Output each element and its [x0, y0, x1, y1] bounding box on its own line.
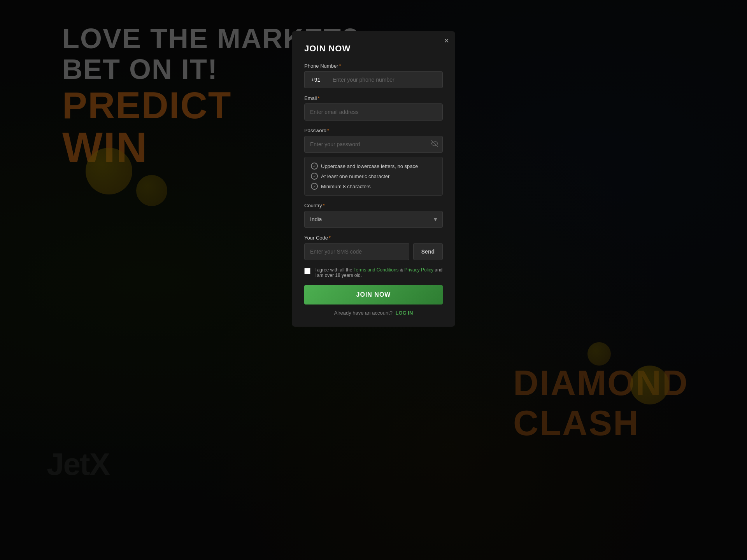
privacy-policy-link[interactable]: Privacy Policy: [404, 267, 433, 273]
send-button[interactable]: Send: [413, 243, 443, 260]
login-row: Already have an account? LOG IN: [304, 310, 443, 316]
modal-backdrop: × JOIN NOW Phone Number* +91 Email* Pass…: [0, 0, 747, 560]
hint-text-3: Minimum 8 characters: [321, 184, 371, 189]
email-label: Email*: [304, 95, 443, 101]
code-row: Send: [304, 243, 443, 260]
toggle-password-icon[interactable]: [431, 140, 438, 149]
login-link[interactable]: LOG IN: [396, 310, 413, 316]
modal-title: JOIN NOW: [304, 44, 443, 54]
terms-text: I agree with all the Terms and Condition…: [314, 267, 443, 278]
hint-check-1: ✓: [311, 163, 318, 170]
hint-text-1: Uppercase and lowercase letters, no spac…: [321, 163, 418, 169]
already-text: Already have an account?: [334, 310, 393, 316]
country-select[interactable]: India Pakistan Bangladesh Nepal Sri Lank…: [304, 211, 443, 228]
password-label: Password*: [304, 128, 443, 133]
password-hints: ✓ Uppercase and lowercase letters, no sp…: [304, 157, 443, 196]
country-label: Country*: [304, 203, 443, 208]
email-input[interactable]: [304, 103, 443, 121]
terms-checkbox[interactable]: [304, 268, 310, 274]
terms-conditions-link[interactable]: Terms and Conditions: [354, 267, 399, 273]
hint-check-2: ✓: [311, 173, 318, 180]
code-field-group: Your Code* Send: [304, 235, 443, 260]
password-field-group: Password* ✓ Uppercase and lowercase: [304, 128, 443, 196]
country-select-wrap: India Pakistan Bangladesh Nepal Sri Lank…: [304, 211, 443, 228]
phone-field-group: Phone Number* +91: [304, 63, 443, 88]
phone-input[interactable]: [327, 71, 443, 88]
terms-row: I agree with all the Terms and Condition…: [304, 267, 443, 278]
hint-item-2: ✓ At least one numeric character: [311, 173, 436, 180]
close-button[interactable]: ×: [444, 37, 449, 45]
hint-text-2: At least one numeric character: [321, 173, 389, 179]
join-modal: × JOIN NOW Phone Number* +91 Email* Pass…: [292, 31, 455, 327]
password-input[interactable]: [304, 136, 443, 153]
phone-row: +91: [304, 71, 443, 88]
code-label: Your Code*: [304, 235, 443, 241]
phone-prefix: +91: [304, 71, 327, 88]
hint-check-3: ✓: [311, 183, 318, 190]
email-field-group: Email*: [304, 95, 443, 121]
country-field-group: Country* India Pakistan Bangladesh Nepal…: [304, 203, 443, 228]
hint-item-1: ✓ Uppercase and lowercase letters, no sp…: [311, 163, 436, 170]
phone-label: Phone Number*: [304, 63, 443, 69]
password-wrap: [304, 136, 443, 153]
sms-code-input[interactable]: [304, 243, 409, 260]
hint-item-3: ✓ Minimum 8 characters: [311, 183, 436, 190]
join-now-button[interactable]: JOIN NOW: [304, 285, 443, 304]
